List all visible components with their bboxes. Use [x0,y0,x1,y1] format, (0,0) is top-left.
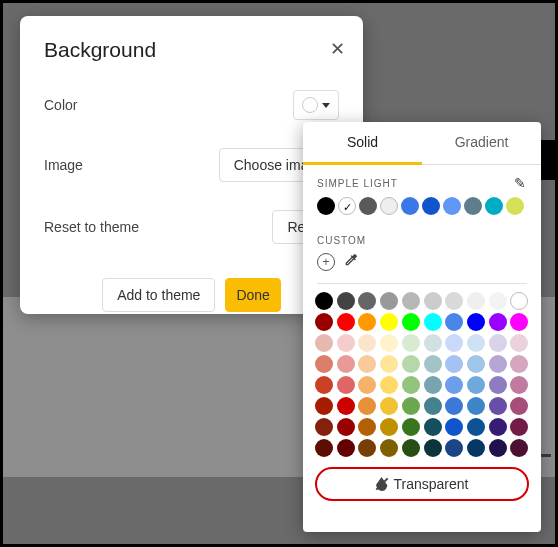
theme-color-swatch[interactable] [506,197,524,215]
palette-color-swatch[interactable] [402,418,420,436]
palette-color-swatch[interactable] [380,439,398,457]
palette-color-swatch[interactable] [380,397,398,415]
palette-color-swatch[interactable] [380,418,398,436]
palette-color-swatch[interactable] [489,439,507,457]
palette-color-swatch[interactable] [424,292,442,310]
palette-color-swatch[interactable] [315,292,333,310]
palette-color-swatch[interactable] [358,334,376,352]
palette-color-swatch[interactable] [445,397,463,415]
palette-color-swatch[interactable] [380,292,398,310]
theme-color-swatch[interactable] [464,197,482,215]
palette-color-swatch[interactable] [315,376,333,394]
palette-color-swatch[interactable] [358,397,376,415]
palette-color-swatch[interactable] [489,292,507,310]
palette-color-swatch[interactable] [315,355,333,373]
palette-color-swatch[interactable] [489,397,507,415]
palette-color-swatch[interactable] [510,439,528,457]
palette-color-swatch[interactable] [402,313,420,331]
palette-color-swatch[interactable] [467,334,485,352]
palette-color-swatch[interactable] [489,376,507,394]
palette-color-swatch[interactable] [445,418,463,436]
palette-color-swatch[interactable] [424,334,442,352]
palette-color-swatch[interactable] [445,334,463,352]
palette-color-swatch[interactable] [510,355,528,373]
palette-color-swatch[interactable] [424,439,442,457]
palette-color-swatch[interactable] [402,376,420,394]
palette-color-swatch[interactable] [337,439,355,457]
palette-color-swatch[interactable] [380,376,398,394]
palette-color-swatch[interactable] [315,397,333,415]
done-button[interactable]: Done [225,278,280,312]
theme-color-swatch[interactable] [401,197,419,215]
palette-color-swatch[interactable] [315,334,333,352]
palette-color-swatch[interactable] [358,355,376,373]
palette-color-swatch[interactable] [467,418,485,436]
edit-theme-icon[interactable]: ✎ [514,175,527,191]
palette-color-swatch[interactable] [445,355,463,373]
palette-color-swatch[interactable] [358,292,376,310]
palette-color-swatch[interactable] [510,334,528,352]
palette-color-swatch[interactable] [315,439,333,457]
palette-color-swatch[interactable] [380,355,398,373]
palette-color-swatch[interactable] [337,334,355,352]
theme-color-swatch[interactable] [485,197,503,215]
palette-color-swatch[interactable] [402,355,420,373]
add-to-theme-button[interactable]: Add to theme [102,278,215,312]
transparent-button[interactable]: Transparent [315,467,529,501]
palette-color-swatch[interactable] [467,397,485,415]
color-dropdown-button[interactable] [293,90,339,120]
palette-color-swatch[interactable] [467,376,485,394]
palette-color-swatch[interactable] [358,376,376,394]
palette-color-swatch[interactable] [424,355,442,373]
palette-color-swatch[interactable] [402,292,420,310]
palette-color-swatch[interactable] [510,418,528,436]
add-custom-color-button[interactable]: + [317,253,335,271]
palette-color-swatch[interactable] [380,313,398,331]
palette-color-swatch[interactable] [358,418,376,436]
palette-color-swatch[interactable] [337,292,355,310]
palette-color-swatch[interactable] [489,355,507,373]
palette-color-swatch[interactable] [445,376,463,394]
palette-color-swatch[interactable] [358,439,376,457]
palette-color-swatch[interactable] [445,292,463,310]
palette-color-swatch[interactable] [445,313,463,331]
palette-color-swatch[interactable] [337,376,355,394]
palette-color-swatch[interactable] [337,418,355,436]
palette-color-swatch[interactable] [402,439,420,457]
theme-color-swatch[interactable] [317,197,335,215]
palette-color-swatch[interactable] [337,355,355,373]
palette-color-swatch[interactable] [337,313,355,331]
palette-color-swatch[interactable] [424,313,442,331]
palette-color-swatch[interactable] [467,313,485,331]
palette-color-swatch[interactable] [424,397,442,415]
palette-color-swatch[interactable] [489,418,507,436]
palette-color-swatch[interactable] [402,334,420,352]
palette-color-swatch[interactable] [337,397,355,415]
theme-color-swatch[interactable] [359,197,377,215]
palette-color-swatch[interactable] [489,313,507,331]
palette-color-swatch[interactable] [424,418,442,436]
palette-color-swatch[interactable] [467,292,485,310]
theme-color-swatch[interactable] [422,197,440,215]
close-icon[interactable]: ✕ [330,38,345,60]
palette-color-swatch[interactable] [402,397,420,415]
palette-color-swatch[interactable] [445,439,463,457]
palette-color-swatch[interactable] [489,334,507,352]
tab-gradient[interactable]: Gradient [422,122,541,165]
palette-color-swatch[interactable] [315,418,333,436]
palette-color-swatch[interactable] [510,397,528,415]
palette-color-swatch[interactable] [467,439,485,457]
palette-color-swatch[interactable] [510,313,528,331]
palette-color-swatch[interactable] [467,355,485,373]
palette-color-swatch[interactable] [358,313,376,331]
tab-solid[interactable]: Solid [303,122,422,165]
palette-color-swatch[interactable] [315,313,333,331]
palette-color-swatch[interactable] [380,334,398,352]
theme-color-swatch[interactable] [380,197,398,215]
palette-color-swatch[interactable] [424,376,442,394]
eyedropper-icon[interactable] [343,252,359,271]
theme-color-swatch[interactable] [338,197,356,215]
palette-color-swatch[interactable] [510,292,528,310]
theme-color-swatch[interactable] [443,197,461,215]
palette-color-swatch[interactable] [510,376,528,394]
